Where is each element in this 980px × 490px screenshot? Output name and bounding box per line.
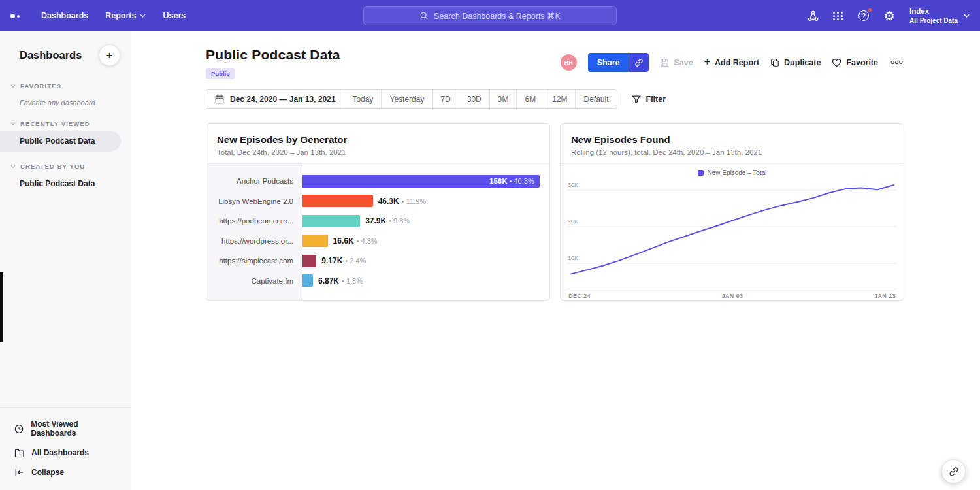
nav-dashboards[interactable]: Dashboards xyxy=(33,0,97,31)
nav-right: ? ⚙ Index All Project Data xyxy=(806,7,970,25)
line-card-subtitle: Rolling (12 hours), total, Dec 24th, 202… xyxy=(571,148,893,156)
page-title: Public Podcast Data xyxy=(206,47,340,63)
apps-grid-icon[interactable] xyxy=(832,9,845,22)
bar-segment[interactable] xyxy=(302,274,313,287)
copy-link-floating-button[interactable] xyxy=(941,459,966,483)
bar-track: 46.3K• 11.9% xyxy=(302,195,549,207)
legend-swatch xyxy=(698,170,704,176)
app-shell: Dashboards + FAVORITES Favorite any dash… xyxy=(0,31,980,490)
preset-today[interactable]: Today xyxy=(344,90,381,108)
line-chart-body: New Episode – Total 10K20K30K DEC 24 JAN… xyxy=(561,164,904,299)
bar-value-label: 37.9K xyxy=(365,216,386,225)
app-logo-icon[interactable] xyxy=(10,14,20,18)
chevron-down-icon xyxy=(140,14,146,18)
bar-row: Captivate.fm6.87K• 1.8% xyxy=(206,271,549,291)
filter-button[interactable]: Filter xyxy=(632,95,666,104)
project-scope: All Project Data xyxy=(909,16,958,25)
date-range-group: Dec 24, 2020 — Jan 13, 2021 Today Yester… xyxy=(206,89,617,109)
bar-pct-label: • 1.8% xyxy=(342,277,363,285)
share-link-button[interactable] xyxy=(629,53,649,72)
bar-value-label: 16.6K xyxy=(333,237,354,246)
screen-edge-artifact xyxy=(0,272,3,342)
line-plot[interactable]: 10K20K30K xyxy=(567,179,897,289)
bar-segment[interactable] xyxy=(302,215,360,227)
collapse-sidebar-button[interactable]: Collapse xyxy=(0,463,131,482)
nav-users[interactable]: Users xyxy=(154,0,194,31)
date-range-row: Dec 24, 2020 — Jan 13, 2021 Today Yester… xyxy=(206,89,904,109)
help-icon[interactable]: ? xyxy=(857,9,870,22)
calendar-icon xyxy=(215,95,224,104)
favorites-empty-hint: Favorite any dashboard xyxy=(0,93,131,109)
bar-row: https://podbean.com...37.9K• 9.8% xyxy=(206,211,549,231)
bar-track: 16.6K• 4.3% xyxy=(302,235,549,247)
bar-card-header[interactable]: New Episodes by Generator Total, Dec 24t… xyxy=(206,124,549,164)
duplicate-button[interactable]: Duplicate xyxy=(770,58,821,67)
avatar[interactable]: RH xyxy=(561,54,577,71)
sidebar-item-public-podcast-data[interactable]: Public Podcast Data xyxy=(0,131,121,152)
preset-12m[interactable]: 12M xyxy=(544,90,575,108)
folder-icon xyxy=(14,449,24,457)
section-header-recent[interactable]: RECENTLY VIEWED xyxy=(0,117,131,131)
sidebar-section-recent: RECENTLY VIEWED Public Podcast Data xyxy=(0,117,131,152)
date-range-picker[interactable]: Dec 24, 2020 — Jan 13, 2021 xyxy=(206,90,344,108)
preset-default[interactable]: Default xyxy=(575,90,616,108)
sidebar: Dashboards + FAVORITES Favorite any dash… xyxy=(0,31,131,490)
legend[interactable]: New Episode – Total xyxy=(567,166,897,179)
bar-category-label: https://podbean.com... xyxy=(206,217,302,225)
bar-segment[interactable] xyxy=(302,255,316,267)
bar-segment[interactable] xyxy=(302,235,328,247)
bar-pct-label: • 9.8% xyxy=(389,217,410,225)
section-header-created[interactable]: CREATED BY YOU xyxy=(0,159,131,173)
bar-track: 9.17K• 2.4% xyxy=(302,255,549,267)
all-dashboards-button[interactable]: All Dashboards xyxy=(0,443,131,463)
bar-segment[interactable]: 156K • 40.3% xyxy=(302,175,540,188)
line-card-header[interactable]: New Episodes Found Rolling (12 hours), t… xyxy=(561,124,904,164)
sidebar-title: Dashboards xyxy=(20,49,82,61)
section-header-favorites[interactable]: FAVORITES xyxy=(0,79,131,93)
notification-badge xyxy=(868,8,872,12)
bar-value-label: 6.87K xyxy=(318,276,339,286)
most-viewed-dashboards-button[interactable]: Most Viewed Dashboards xyxy=(0,414,131,443)
bar-track: 37.9K• 9.8% xyxy=(302,215,549,227)
bar-track: 156K • 40.3% xyxy=(302,175,549,188)
svg-text:30K: 30K xyxy=(568,182,578,188)
preset-3m[interactable]: 3M xyxy=(489,90,517,108)
logo-dot xyxy=(17,15,20,18)
line-chart-card: New Episodes Found Rolling (12 hours), t… xyxy=(560,123,904,301)
bar-row: Anchor Podcasts156K • 40.3% xyxy=(206,171,549,191)
more-options-button[interactable] xyxy=(889,57,904,67)
bar-row: https://wordpress.or...16.6K• 4.3% xyxy=(206,231,549,252)
bar-track: 6.87K• 1.8% xyxy=(302,274,549,287)
link-icon xyxy=(634,58,644,67)
project-switcher[interactable]: Index All Project Data xyxy=(909,7,970,25)
save-icon xyxy=(660,58,669,67)
svg-text:20K: 20K xyxy=(568,218,578,225)
bar-segment[interactable] xyxy=(302,195,373,207)
chevron-down-icon xyxy=(964,14,970,18)
data-sources-icon[interactable] xyxy=(806,9,819,22)
preset-yesterday[interactable]: Yesterday xyxy=(381,90,432,108)
preset-30d[interactable]: 30D xyxy=(459,90,489,108)
add-report-button[interactable]: + Add Report xyxy=(704,58,759,67)
bar-row: Libsyn WebEngine 2.046.3K• 11.9% xyxy=(206,191,549,212)
new-dashboard-button[interactable]: + xyxy=(99,44,120,66)
share-button[interactable]: Share xyxy=(588,53,629,72)
svg-text:10K: 10K xyxy=(568,255,578,261)
favorite-button[interactable]: Favorite xyxy=(832,58,878,67)
bar-chart-body: Anchor Podcasts156K • 40.3%Libsyn WebEng… xyxy=(206,164,549,300)
search-input[interactable]: Search Dashboards & Reports ⌘K xyxy=(363,6,617,25)
save-button[interactable]: Save xyxy=(660,58,693,67)
sidebar-footer: Most Viewed Dashboards All Dashboards Co… xyxy=(0,407,131,490)
preset-6m[interactable]: 6M xyxy=(516,90,544,108)
more-icon xyxy=(890,60,903,65)
header-actions: RH Share Save + Add Report Dup xyxy=(561,53,904,72)
x-tick: JAN 13 xyxy=(874,293,896,299)
gear-icon[interactable]: ⚙ xyxy=(883,9,896,22)
bar-category-label: Captivate.fm xyxy=(206,277,302,285)
sidebar-item-public-podcast-data-created[interactable]: Public Podcast Data xyxy=(0,173,131,194)
nav-users-label: Users xyxy=(163,11,186,20)
link-icon xyxy=(949,466,959,477)
nav-reports[interactable]: Reports xyxy=(97,0,154,31)
preset-7d[interactable]: 7D xyxy=(432,90,458,108)
page-header: Public Podcast Data Public RH Share Save… xyxy=(206,47,904,79)
